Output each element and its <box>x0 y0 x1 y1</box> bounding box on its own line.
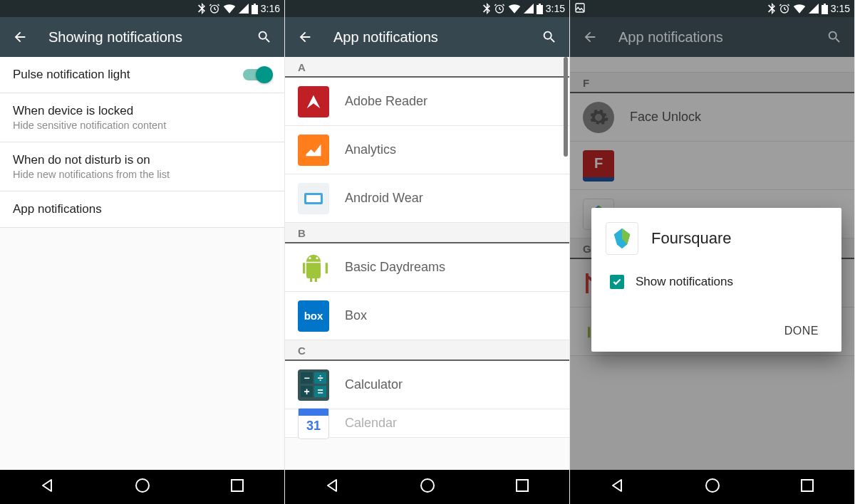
scrollbar[interactable] <box>564 57 568 157</box>
back-icon[interactable] <box>6 23 34 51</box>
svg-point-15 <box>706 479 719 492</box>
alarm-icon <box>779 3 790 14</box>
status-bar: 3:15 <box>285 0 569 17</box>
setting-pulse-light[interactable]: Pulse notification light <box>0 57 284 93</box>
app-row-android-wear[interactable]: Android Wear <box>285 174 569 223</box>
screen-2: 3:15 App notifications A Adobe Reader An… <box>285 0 570 504</box>
nav-recent-icon[interactable] <box>229 478 245 496</box>
app-row-box[interactable]: box Box <box>285 292 569 340</box>
setting-title: When device is locked <box>13 104 271 118</box>
svg-rect-16 <box>802 480 813 491</box>
status-time: 3:15 <box>831 3 850 14</box>
nav-recent-icon[interactable] <box>514 478 530 496</box>
search-icon[interactable] <box>535 23 564 51</box>
svg-rect-2 <box>232 480 243 491</box>
svg-point-6 <box>309 257 311 259</box>
status-bar: 3:16 <box>0 0 284 17</box>
search-icon[interactable] <box>250 23 279 51</box>
screen-1: 3:16 Showing notifications Pulse notific… <box>0 0 285 504</box>
notification-icon <box>574 2 586 16</box>
nav-recent-icon[interactable] <box>799 478 815 496</box>
nav-bar <box>285 470 569 504</box>
app-row-analytics[interactable]: Analytics <box>285 126 569 174</box>
box-icon: box <box>298 300 329 332</box>
calendar-icon: 31 <box>298 408 329 439</box>
nav-home-icon[interactable] <box>134 477 151 497</box>
dialog-title: Foursquare <box>651 229 732 248</box>
toggle-switch[interactable] <box>243 69 271 80</box>
battery-icon <box>822 4 828 14</box>
svg-point-7 <box>316 257 318 259</box>
setting-title: Pulse notification light <box>13 68 243 82</box>
app-label: Box <box>345 308 367 323</box>
calculator-icon: −÷+= <box>298 369 329 401</box>
svg-rect-9 <box>517 480 528 491</box>
analytics-icon <box>298 135 329 166</box>
checkbox-label: Show notifications <box>636 275 733 289</box>
signal-icon <box>524 4 534 14</box>
svg-point-8 <box>421 479 434 492</box>
alarm-icon <box>494 3 505 14</box>
setting-subtitle: Hide sensitive notification content <box>13 120 271 131</box>
action-bar: App notifications <box>570 17 854 57</box>
bluetooth-icon <box>197 3 206 14</box>
nav-home-icon[interactable] <box>419 477 436 497</box>
setting-when-locked[interactable]: When device is locked Hide sensitive not… <box>0 93 284 142</box>
status-bar: 3:15 <box>570 0 854 17</box>
section-header-a: A <box>285 57 569 78</box>
app-notification-dialog: Foursquare Show notifications DONE <box>591 208 841 352</box>
status-time: 3:16 <box>261 3 280 14</box>
wifi-icon <box>793 4 806 14</box>
adobe-reader-icon <box>298 86 329 117</box>
signal-icon <box>239 4 249 14</box>
android-wear-icon <box>298 183 329 214</box>
done-button[interactable]: DONE <box>776 317 827 345</box>
app-list-background: F Face Unlock F Foursquare G Gmail Googl… <box>570 57 854 470</box>
app-label: Basic Daydreams <box>345 260 445 275</box>
app-label: Android Wear <box>345 191 423 206</box>
setting-title: App notifications <box>13 202 271 216</box>
back-icon[interactable] <box>291 23 319 51</box>
page-title: Showing notifications <box>48 29 250 46</box>
show-notifications-checkbox[interactable]: Show notifications <box>610 275 827 289</box>
app-label: Calculator <box>345 377 403 392</box>
svg-rect-5 <box>306 195 321 202</box>
nav-back-icon[interactable] <box>324 477 341 497</box>
nav-back-icon[interactable] <box>39 477 56 497</box>
android-icon <box>298 252 329 283</box>
page-title: App notifications <box>333 29 535 46</box>
app-label: Analytics <box>345 142 396 157</box>
page-title: App notifications <box>618 29 820 46</box>
foursquare-icon <box>606 222 638 255</box>
app-row-calendar[interactable]: 31 Calendar <box>285 409 569 438</box>
app-label: Calendar <box>345 416 397 431</box>
setting-subtitle: Hide new notifications from the list <box>13 169 271 180</box>
settings-list: Pulse notification light When device is … <box>0 57 284 470</box>
nav-back-icon[interactable] <box>609 477 626 497</box>
alarm-icon <box>209 3 220 14</box>
setting-title: When do not disturb is on <box>13 153 271 167</box>
status-time: 3:15 <box>546 3 565 14</box>
bluetooth-icon <box>767 3 776 14</box>
battery-icon <box>252 4 258 14</box>
signal-icon <box>809 4 819 14</box>
section-header-c: C <box>285 340 569 361</box>
app-row-basic-daydreams[interactable]: Basic Daydreams <box>285 243 569 292</box>
wifi-icon <box>508 4 521 14</box>
nav-home-icon[interactable] <box>704 477 721 497</box>
battery-icon <box>537 4 543 14</box>
setting-dnd[interactable]: When do not disturb is on Hide new notif… <box>0 142 284 191</box>
screen-3: 3:15 App notifications F Face Unlock F F… <box>570 0 855 504</box>
app-list[interactable]: A Adobe Reader Analytics Android Wear B … <box>285 57 569 470</box>
wifi-icon <box>223 4 236 14</box>
checkbox-icon <box>610 275 624 289</box>
search-icon <box>820 23 849 51</box>
back-icon <box>576 23 604 51</box>
nav-bar <box>0 470 284 504</box>
nav-bar <box>570 470 854 504</box>
setting-app-notifications[interactable]: App notifications <box>0 191 284 228</box>
app-row-adobe-reader[interactable]: Adobe Reader <box>285 78 569 126</box>
app-label: Adobe Reader <box>345 94 428 109</box>
app-row-calculator[interactable]: −÷+= Calculator <box>285 361 569 409</box>
action-bar: App notifications <box>285 17 569 57</box>
